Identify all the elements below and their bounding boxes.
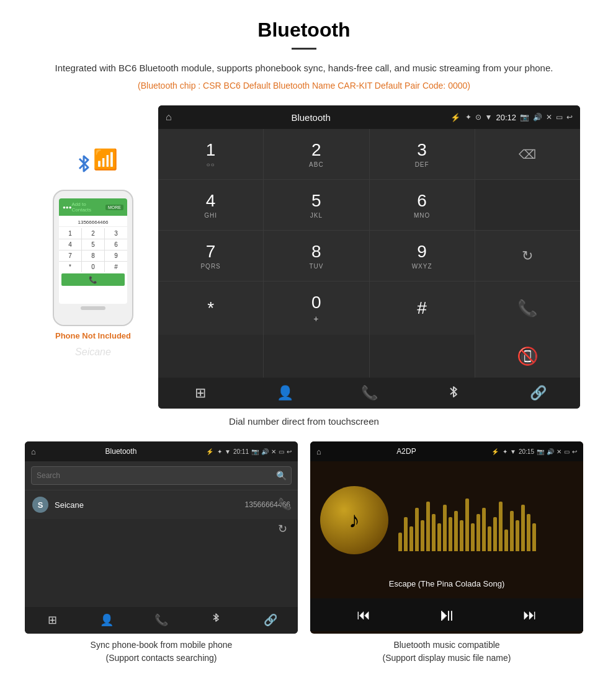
music-caption: Bluetooth music compatible(Support displ…	[310, 639, 583, 665]
camera-icon: 📷	[520, 113, 529, 122]
status-icons: ✦ ⊙ ▼ 20:12 📷 🔊 ✕ ▭ ↩	[465, 113, 573, 122]
pb-window-icon: ▭	[279, 448, 284, 455]
car-status-bar: ⌂ Bluetooth ⚡ ✦ ⊙ ▼ 20:12 📷 🔊 ✕ ▭ ↩	[158, 105, 580, 129]
dial-key-0[interactable]: 0 +	[264, 281, 369, 335]
contact-row[interactable]: S Seicane 13566664466	[25, 490, 298, 519]
dial-key-star[interactable]: *	[158, 281, 263, 335]
music-close-icon: ✕	[557, 448, 561, 455]
music-bluetooth-icon: ✦	[503, 448, 507, 455]
dial-key-2[interactable]: 2 ABC	[264, 129, 369, 179]
music-screen-title: A2DP	[325, 447, 488, 456]
bluetooth-status-icon: ✦	[465, 113, 472, 122]
pb-refresh-icon[interactable]: ↻	[278, 522, 292, 536]
bottom-bluetooth-icon[interactable]	[411, 385, 496, 401]
music-window-icon: ▭	[564, 448, 570, 455]
dial-key-6[interactable]: 6 MNO	[370, 180, 475, 230]
pb-camera-icon: 📷	[251, 448, 259, 455]
music-vol-icon: 🔊	[547, 448, 554, 455]
title-divider	[292, 48, 316, 50]
pb-bluetooth-icon: ✦	[217, 448, 222, 455]
pb-status-icons: ✦ ▼ 20:11 📷 🔊 ✕ ▭ ↩	[217, 448, 292, 455]
dial-key-9[interactable]: 9 WXYZ	[370, 231, 475, 281]
dial-empty-4	[370, 335, 475, 378]
phonebook-item: ⌂ Bluetooth ⚡ ✦ ▼ 20:11 📷 🔊 ✕ ▭ ↩	[25, 441, 298, 665]
phone-not-included-label: Phone Not Included	[55, 331, 131, 340]
dial-key-3[interactable]: 3 DEF	[370, 129, 475, 179]
bottom-person-icon[interactable]: 👤	[243, 385, 327, 401]
pb-vol-icon: 🔊	[261, 448, 269, 455]
car-bottom-bar: ⊞ 👤 📞 🔗	[158, 378, 580, 409]
car-dial-screen: ⌂ Bluetooth ⚡ ✦ ⊙ ▼ 20:12 📷 🔊 ✕ ▭ ↩ 1 ○○	[158, 105, 580, 409]
phonebook-caption: Sync phone-book from mobile phone(Suppor…	[25, 639, 298, 665]
pb-bottom-phone[interactable]: 📞	[134, 613, 189, 627]
pb-bottom-bluetooth[interactable]	[189, 613, 243, 627]
search-bar-area: 🔍	[25, 461, 298, 490]
phone-call-button: 📞	[61, 273, 125, 286]
bluetooth-icon	[74, 154, 93, 179]
music-usb-icon: ⚡	[491, 448, 499, 455]
bottom-phone-icon[interactable]: 📞	[327, 385, 411, 401]
car-screen-title: Bluetooth	[177, 112, 445, 123]
back-icon[interactable]: ↩	[566, 113, 573, 122]
bottom-row: ⌂ Bluetooth ⚡ ✦ ▼ 20:11 📷 🔊 ✕ ▭ ↩	[25, 441, 583, 665]
dial-key-4[interactable]: 4 GHI	[158, 180, 263, 230]
dial-empty-3	[264, 335, 369, 378]
song-title: Escape (The Pina Colada Song)	[310, 579, 583, 598]
dial-key-8[interactable]: 8 TUV	[264, 231, 369, 281]
next-button[interactable]: ⏭	[523, 607, 537, 623]
pb-time: 20:11	[233, 448, 249, 455]
music-signal-icon: ▼	[510, 448, 516, 455]
dial-empty-2	[158, 335, 263, 378]
album-art: ♪	[320, 486, 388, 554]
search-icon: 🔍	[276, 471, 287, 481]
dialpad-grid: 1 ○○ 2 ABC 3 DEF ⌫ 4 GHI 5 JKL	[158, 129, 580, 335]
pb-back-icon[interactable]: ↩	[287, 448, 292, 455]
dial-hangup-key[interactable]: 📵	[475, 335, 580, 378]
dial-key-1[interactable]: 1 ○○	[158, 129, 263, 179]
pb-bottom-person[interactable]: 👤	[79, 613, 134, 627]
dial-backspace-key[interactable]: ⌫	[475, 129, 580, 179]
pb-usb-icon: ⚡	[206, 448, 213, 455]
location-icon: ⊙	[475, 113, 481, 122]
pb-call-icon[interactable]: 📞	[278, 497, 292, 511]
contact-name: Seicane	[55, 500, 245, 510]
music-status-icons: ✦ ▼ 20:15 📷 🔊 ✕ ▭ ↩	[503, 448, 577, 455]
dial-key-hash[interactable]: #	[370, 281, 475, 335]
dial-call-key[interactable]: 📞	[475, 281, 580, 335]
wifi-waves-icon: 📶	[93, 148, 118, 171]
volume-icon: 🔊	[533, 113, 542, 122]
home-icon[interactable]: ⌂	[166, 112, 172, 123]
music-note-icon: ♪	[349, 507, 360, 533]
time-display: 20:12	[496, 113, 516, 122]
usb-icon: ⚡	[450, 113, 460, 122]
pb-bottom-link[interactable]: 🔗	[243, 613, 298, 627]
prev-button[interactable]: ⏮	[357, 607, 370, 623]
description-text: Integrated with BC6 Bluetooth module, su…	[25, 61, 583, 76]
play-pause-button[interactable]: ⏯	[438, 605, 455, 625]
pb-signal-icon: ▼	[225, 448, 231, 455]
pb-title: Bluetooth	[40, 447, 202, 456]
signal-icon: ▼	[485, 113, 493, 122]
music-screen: ⌂ A2DP ⚡ ✦ ▼ 20:15 📷 🔊 ✕ ▭ ↩ ♪	[310, 441, 583, 634]
bottom-link-icon[interactable]: 🔗	[496, 385, 580, 401]
bottom-grid-icon[interactable]: ⊞	[158, 385, 243, 401]
center-caption: Dial number direct from touchscreen	[25, 416, 583, 427]
dial-key-7[interactable]: 7 PQRS	[158, 231, 263, 281]
phone-side: 📶 ●●● Add to Contacts MORE 13566664466 1…	[28, 105, 158, 358]
specs-text: (Bluetooth chip : CSR BC6 Default Blueto…	[25, 81, 583, 91]
pb-bottom-grid[interactable]: ⊞	[25, 613, 79, 627]
equalizer	[398, 489, 573, 551]
music-home-icon[interactable]: ⌂	[316, 447, 321, 456]
dial-key-5[interactable]: 5 JKL	[264, 180, 369, 230]
close-icon: ✕	[546, 113, 552, 122]
dial-refresh-key[interactable]: ↻	[475, 231, 580, 281]
window-icon: ▭	[556, 113, 563, 122]
music-back-icon[interactable]: ↩	[572, 448, 577, 455]
search-input[interactable]	[31, 466, 292, 485]
music-status-bar: ⌂ A2DP ⚡ ✦ ▼ 20:15 📷 🔊 ✕ ▭ ↩	[310, 441, 583, 461]
pb-home-icon[interactable]: ⌂	[31, 447, 36, 456]
contact-avatar: S	[32, 497, 48, 513]
phonebook-status-bar: ⌂ Bluetooth ⚡ ✦ ▼ 20:11 📷 🔊 ✕ ▭ ↩	[25, 441, 298, 461]
pb-bottom-bar: ⊞ 👤 📞 🔗	[25, 607, 298, 634]
pb-close-icon: ✕	[271, 448, 276, 455]
